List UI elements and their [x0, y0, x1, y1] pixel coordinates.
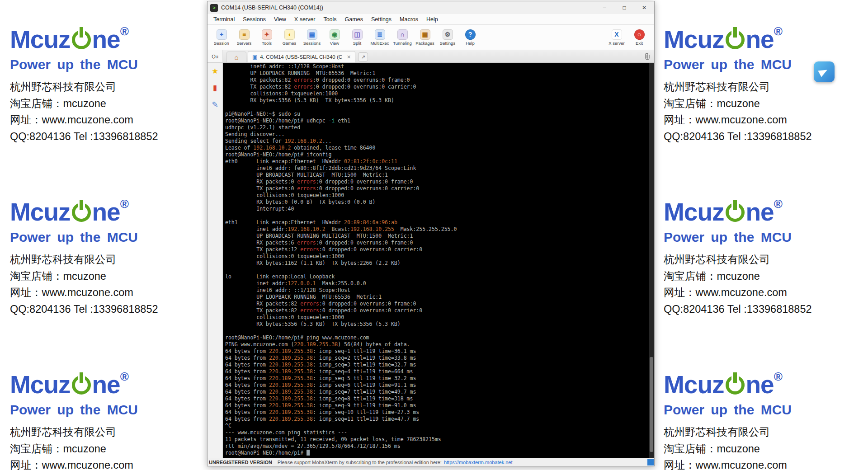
maximize-button[interactable]: □ [614, 1, 634, 14]
mobatek-link[interactable]: https://mobaxterm.mobatek.net [444, 460, 513, 465]
terminal-line: collisions:0 txqueuelen:1000 [225, 253, 648, 260]
toolbar-label: Exit [636, 41, 643, 46]
scroll-corner-indicator [647, 459, 654, 465]
toolbar-label: Games [283, 41, 297, 46]
menu-tools[interactable]: Tools [319, 16, 340, 23]
brand-contact-lines: 杭州野芯科技有限公司淘宝店铺：mcuzone网址：www.mcuzone.com… [10, 424, 209, 470]
brand-contact-lines: 杭州野芯科技有限公司淘宝店铺：mcuzone网址：www.mcuzone.com… [10, 79, 209, 145]
toolbar-label: Session [214, 41, 229, 46]
menu-games[interactable]: Games [341, 16, 367, 23]
left-brand-column: Mcuzne® Power up the MCU 杭州野芯科技有限公司淘宝店铺：… [10, 17, 209, 470]
brand-info-line: 杭州野芯科技有限公司 [664, 251, 863, 268]
terminal-line: Interrupt:40 [225, 206, 648, 212]
games-icon: ◖ [284, 29, 295, 40]
brand-info-line: 网址：www.mcuzone.com [10, 284, 209, 301]
toolbar-label: X server [609, 41, 624, 46]
terminal-line: RX bytes:1162 (1.1 KB) TX bytes:2266 (2.… [225, 260, 648, 267]
toolbar-multiexec-button[interactable]: ≣MultiExec [368, 29, 391, 46]
registered-mark: ® [774, 24, 782, 38]
title-bar[interactable]: > COM14 (USB-SERIAL CH340 (COM14)) – □ ✕ [208, 1, 654, 14]
brand-info-line: 网址：www.mcuzone.com [664, 457, 863, 470]
split-icon: ◫ [352, 29, 363, 40]
terminal-line [225, 267, 648, 273]
brand-info-line: 杭州野芯科技有限公司 [10, 251, 209, 268]
new-tab-button[interactable]: ↗ [358, 52, 368, 61]
brand-block: Mcuzne® Power up the MCU 杭州野芯科技有限公司淘宝店铺：… [10, 17, 209, 145]
scrollbar-thumb[interactable] [650, 357, 653, 452]
app-icon: > [210, 4, 218, 12]
menu-sessions[interactable]: Sessions [239, 16, 270, 23]
menu-view[interactable]: View [270, 16, 290, 23]
terminal-line: PING www.mcuzone.com (220.189.255.38) 56… [225, 341, 648, 348]
chat-widget-icon[interactable] [814, 61, 835, 82]
toolbar-settings-button[interactable]: ⚙Settings [436, 29, 459, 46]
toolbar-tunneling-button[interactable]: ∩Tunneling [391, 29, 414, 46]
toolbar-sessions-button[interactable]: ▤Sessions [301, 29, 323, 46]
terminal-line: inet6 addr: ::1/128 Scope:Host [225, 63, 648, 70]
menu-x-server[interactable]: X server [290, 16, 320, 23]
terminal-line: RX packets:82 errors:0 dropped:0 overrun… [225, 301, 648, 307]
minimize-button[interactable]: – [594, 1, 614, 14]
toolbar-packages-button[interactable]: ▦Packages [414, 29, 436, 46]
attachment-paperclip-icon[interactable] [644, 53, 651, 60]
tab-close-icon[interactable]: ✕ [347, 54, 351, 60]
terminal-line: 64 bytes from 220.189.255.38: icmp_seq=6… [225, 382, 648, 389]
brand-info-line: 杭州野芯科技有限公司 [10, 79, 209, 95]
terminal-line: 64 bytes from 220.189.255.38: icmp_seq=3… [225, 362, 648, 368]
toolbar-exit-button[interactable]: ○Exit [628, 29, 651, 46]
power-button-icon [726, 376, 745, 395]
terminal[interactable]: inet6 addr: ::1/128 Scope:Host UP LOOPBA… [223, 63, 654, 458]
terminal-line: rtt min/avg/max/mdev = 27.365/129.578/66… [225, 443, 648, 450]
quick-connect-panel-label[interactable]: Qu [208, 50, 223, 62]
power-button-icon [72, 376, 91, 395]
toolbar-games-button[interactable]: ◖Games [278, 29, 301, 46]
brand-contact-lines: 杭州野芯科技有限公司淘宝店铺：mcuzone网址：www.mcuzone.com… [664, 251, 863, 317]
toolbar-x-server-button[interactable]: XX server [605, 29, 628, 46]
tab-com14[interactable]: ▣ 4. COM14 (USB-SERIAL CH340 (C ✕ [248, 51, 355, 62]
brand-info-line: 网址：www.mcuzone.com [10, 112, 209, 128]
close-button[interactable]: ✕ [634, 1, 654, 14]
tunneling-icon: ∩ [397, 29, 408, 40]
toolbar-label: Packages [415, 41, 434, 46]
power-button-icon [72, 30, 91, 49]
toolbar-view-button[interactable]: ◉View [323, 29, 346, 46]
tab-home[interactable]: ⌂ [226, 52, 246, 62]
menu-settings[interactable]: Settings [367, 16, 396, 23]
terminal-line: collisions:0 txqueuelen:1000 [225, 192, 648, 199]
toolbar-session-button[interactable]: +Session [210, 29, 233, 46]
terminal-line: UP LOOPBACK RUNNING MTU:65536 Metric:1 [225, 70, 648, 77]
registered-mark: ® [774, 370, 782, 383]
terminal-line: inet6 addr: ::1/128 Scope:Host [225, 287, 648, 294]
toolbar-servers-button[interactable]: ≡Servers [233, 29, 255, 46]
terminal-line [225, 104, 648, 111]
terminal-scrollbar[interactable] [649, 63, 654, 458]
tab-label: 4. COM14 (USB-SERIAL CH340 (C [260, 54, 342, 60]
brand-info-line: 淘宝店铺：mcuzone [10, 95, 209, 112]
brand-block: Mcuzne® Power up the MCU 杭州野芯科技有限公司淘宝店铺：… [10, 362, 209, 470]
registered-mark: ® [120, 197, 128, 211]
toolbar-label: Tools [262, 41, 272, 46]
toolbar-tools-button[interactable]: ✦Tools [255, 29, 278, 46]
brand-contact-lines: 杭州野芯科技有限公司淘宝店铺：mcuzone网址：www.mcuzone.com… [10, 251, 209, 317]
mcuzone-logo: Mcuzne® [10, 190, 209, 226]
toolbar-help-button[interactable]: ?Help [459, 29, 481, 46]
mcuzone-logo: Mcuzne® [10, 362, 209, 399]
terminal-line: RX bytes:0 (0.0 B) TX bytes:0 (0.0 B) [225, 199, 648, 206]
terminal-line: TX packets:82 errors:0 dropped:0 overrun… [225, 84, 648, 90]
terminal-line: root@NanoPi-NEO:/home/pi# ping www.mcuzo… [225, 334, 648, 341]
terminal-line: udhcpc (v1.22.1) started [225, 124, 648, 131]
mcuzone-logo: Mcuzne® [664, 362, 863, 399]
toolbar-split-button[interactable]: ◫Split [346, 29, 368, 46]
star-icon[interactable]: ★ [212, 67, 218, 75]
marker-icon[interactable]: ▮ [213, 84, 217, 92]
terminal-line: 11 packets transmitted, 11 received, 0% … [225, 436, 648, 443]
servers-icon: ≡ [239, 29, 250, 40]
menu-terminal[interactable]: Terminal [209, 16, 239, 23]
session-icon: + [217, 29, 227, 40]
menu-help[interactable]: Help [422, 16, 442, 23]
menu-macros[interactable]: Macros [396, 16, 422, 23]
mcuzone-logo: Mcuzne® [664, 17, 863, 53]
terminal-line: 64 bytes from 220.189.255.38: icmp_seq=9… [225, 402, 648, 409]
terminal-line: eth0 Link encap:Ethernet HWaddr 02:81:2f… [225, 158, 648, 165]
pencil-icon[interactable]: ✎ [212, 101, 218, 108]
